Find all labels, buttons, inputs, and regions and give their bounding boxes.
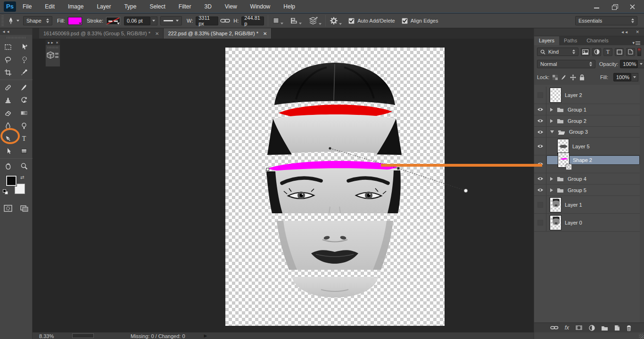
menu-3d[interactable]: 3D: [198, 0, 218, 13]
tab-paths[interactable]: Paths: [559, 36, 582, 45]
screen-mode-button[interactable]: [16, 202, 32, 215]
document-tab-2[interactable]: 222.psd @ 8.33% (Shape 2, RGB/8#) *✕: [164, 28, 272, 39]
add-mask-icon[interactable]: [575, 325, 583, 331]
tool-mode-select[interactable]: Shape: [23, 16, 52, 25]
move-tool[interactable]: [16, 40, 32, 53]
visibility-toggle[interactable]: [534, 185, 546, 195]
lasso-tool[interactable]: [0, 53, 16, 66]
hand-tool[interactable]: [0, 160, 16, 172]
stroke-width-field[interactable]: 0.06 pt: [124, 16, 150, 25]
fill-dropdown[interactable]: [631, 73, 638, 81]
opacity-field[interactable]: 100%: [620, 60, 638, 68]
panel-resize-grip[interactable]: [639, 334, 644, 339]
visibility-toggle[interactable]: [534, 173, 546, 184]
visibility-toggle[interactable]: [534, 104, 546, 115]
menu-select[interactable]: Select: [143, 0, 172, 13]
smudge-tool[interactable]: [0, 119, 16, 132]
auto-add-delete-checkbox[interactable]: Auto Add/Delete: [348, 18, 395, 24]
collapsed-3d-panel[interactable]: ►►✕: [45, 40, 60, 67]
minimize-button[interactable]: [594, 4, 600, 9]
menu-type[interactable]: Type: [117, 0, 143, 13]
workspace-select[interactable]: Essentials: [575, 16, 637, 25]
layer-row-group4[interactable]: Group 4: [534, 173, 640, 185]
align-edges-checkbox[interactable]: Align Edges: [402, 18, 438, 24]
dodge-tool[interactable]: [16, 119, 32, 132]
lock-position-icon[interactable]: [570, 74, 576, 81]
layer-row-layer1[interactable]: Layer 1: [534, 196, 640, 214]
gradient-tool[interactable]: [16, 106, 32, 119]
stroke-style-select[interactable]: [160, 16, 182, 25]
lock-pixels-icon[interactable]: [561, 74, 567, 80]
layer-row-group1[interactable]: Group 1: [534, 104, 640, 115]
document-tab-1[interactable]: 161450069.psd @ 8.33% (Group 5, RGB/8#) …: [39, 28, 164, 39]
zoom-tool[interactable]: [16, 160, 32, 172]
close-button[interactable]: [630, 4, 636, 9]
crop-tool[interactable]: [0, 66, 16, 79]
opacity-dropdown[interactable]: [638, 60, 644, 68]
panel-menu-icon[interactable]: ▾: [632, 40, 640, 45]
filtering-toggle[interactable]: [637, 48, 641, 56]
filter-adjustment-layers-icon[interactable]: [592, 48, 601, 56]
restore-button[interactable]: [612, 4, 618, 9]
tab-close-icon[interactable]: ✕: [263, 31, 267, 36]
quick-mask-button[interactable]: [0, 202, 16, 215]
lock-transparency-icon[interactable]: [553, 75, 558, 80]
stroke-width-dropdown[interactable]: [150, 16, 157, 25]
clone-stamp-tool[interactable]: [0, 94, 16, 106]
swap-colors-icon[interactable]: ⇄: [20, 175, 24, 180]
history-brush-tool[interactable]: [16, 94, 32, 106]
tab-close-icon[interactable]: ✕: [155, 31, 159, 36]
layer-row-group5[interactable]: Group 5: [534, 185, 640, 196]
filter-pixel-layers-icon[interactable]: [581, 48, 590, 56]
visibility-toggle[interactable]: [534, 127, 546, 137]
path-operations-dropdown[interactable]: [272, 17, 283, 24]
layer-style-icon[interactable]: fx: [565, 324, 569, 331]
menu-layer[interactable]: Layer: [90, 0, 117, 13]
toolbar-grip[interactable]: [7, 36, 25, 40]
lock-all-icon[interactable]: [579, 74, 585, 81]
visibility-toggle[interactable]: [534, 155, 546, 173]
layer-row-layer2[interactable]: Layer 2: [534, 87, 640, 104]
panel-expand-icon[interactable]: ►►: [47, 41, 54, 44]
zoom-level-field[interactable]: 8.33%: [39, 333, 60, 339]
menu-help[interactable]: Help: [277, 0, 302, 13]
menu-file[interactable]: File: [16, 0, 38, 13]
default-colors-icon[interactable]: [3, 189, 8, 195]
path-selection-tool[interactable]: [0, 145, 16, 157]
link-dimensions-icon[interactable]: [220, 17, 231, 24]
fill-field[interactable]: 100%: [613, 73, 631, 81]
canvas-document[interactable]: [225, 48, 445, 326]
new-layer-icon[interactable]: [614, 325, 620, 331]
visibility-toggle[interactable]: [534, 87, 546, 104]
toolbar-collapse-icon[interactable]: ◄◄: [0, 28, 32, 35]
menu-filter[interactable]: Filter: [172, 0, 198, 13]
tool-preset-picker[interactable]: [7, 16, 19, 25]
layer-row-shape2[interactable]: Shape 2: [534, 155, 640, 173]
filter-type-layers-icon[interactable]: T: [603, 48, 612, 56]
link-layers-icon[interactable]: [550, 325, 559, 330]
type-tool[interactable]: T: [16, 132, 32, 145]
menu-edit[interactable]: Edit: [38, 0, 61, 13]
cube-3d-icon[interactable]: [46, 50, 60, 62]
collapse-panels-icon[interactable]: ◄◄: [621, 30, 628, 34]
visibility-toggle[interactable]: [534, 214, 546, 231]
visibility-toggle[interactable]: [534, 137, 546, 155]
tab-layers[interactable]: Layers: [534, 36, 559, 45]
visibility-toggle[interactable]: [534, 196, 546, 213]
blend-mode-select[interactable]: Normal: [537, 60, 595, 68]
path-arrangement-dropdown[interactable]: [308, 17, 322, 25]
fill-swatch[interactable]: [68, 17, 82, 25]
menu-view[interactable]: View: [218, 0, 244, 13]
eraser-tool[interactable]: [0, 106, 16, 119]
layer-row-group3[interactable]: Group 3: [534, 127, 640, 137]
height-field[interactable]: 244.81 p: [241, 16, 264, 25]
path-alignment-dropdown[interactable]: [290, 17, 302, 24]
new-group-icon[interactable]: [601, 325, 608, 331]
eyedropper-tool[interactable]: [16, 66, 32, 79]
stroke-swatch[interactable]: [106, 17, 120, 25]
pen-tool[interactable]: [0, 132, 16, 145]
adjustment-layer-icon[interactable]: [589, 325, 595, 331]
layer-row-group2[interactable]: Group 2: [534, 115, 640, 127]
menu-window[interactable]: Window: [244, 0, 277, 13]
menu-image[interactable]: Image: [61, 0, 90, 13]
